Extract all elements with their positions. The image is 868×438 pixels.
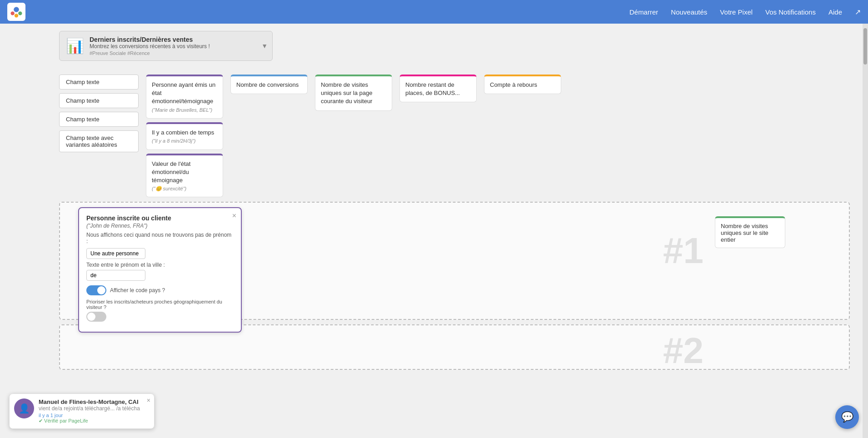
banner-expand-icon: ▼ [261, 42, 268, 50]
toast-verified: ✔ Vérifié par PageLife [39, 418, 148, 424]
banner-description: Montrez les conversions récentes à vos v… [90, 43, 210, 50]
popup-title: Personne inscrite ou cliente [86, 214, 234, 222]
nav-demarrer[interactable]: Démarrer [629, 8, 658, 16]
banner-tags: #Preuve Sociale #Récence [90, 50, 210, 56]
popup-toggle-row-2 [86, 312, 234, 322]
toggle-prioriser[interactable] [86, 312, 106, 322]
scrollbar-thumb[interactable] [863, 28, 867, 65]
left-column: Champ texte Champ texte Champ texte Cham… [59, 75, 139, 197]
nav-votre-pixel[interactable]: Votre Pixel [720, 8, 753, 16]
svg-point-0 [14, 7, 19, 12]
valeur-etat-card[interactable]: Valeur de l'état émotionnel/du témoignag… [146, 154, 223, 198]
banner-title: Derniers inscrits/Dernières ventes [90, 36, 210, 43]
toast-time: il y a 1 jour [39, 413, 148, 418]
svg-point-1 [11, 11, 15, 15]
popup-desc: Nous affichons ceci quand nous ne trouvo… [86, 232, 234, 244]
svg-point-3 [15, 14, 18, 17]
nb-places-card[interactable]: Nombre restant de places, de BONUS... [399, 75, 477, 102]
popup-texte-input[interactable] [86, 270, 145, 281]
champ-card-4[interactable]: Champ texte avec variantes aléatoires [59, 130, 139, 152]
main-content: 📊 Derniers inscrits/Dernières ventes Mon… [0, 24, 868, 438]
personne-etat-card[interactable]: Personne ayant émis un état émotionnel/t… [146, 75, 223, 119]
toast-name: Manuel de Flines-les-Mortagne, CAI [39, 398, 148, 405]
popup-personne-inscrite: × Personne inscrite ou cliente ("John de… [78, 207, 242, 333]
banner-chart-icon: 📊 [66, 37, 84, 55]
pink-column: Nombre restant de places, de BONUS... [399, 75, 477, 197]
watermark-1: #1 [663, 230, 703, 272]
export-icon-button[interactable]: ↗ [855, 8, 861, 16]
svg-point-2 [18, 11, 22, 15]
green-column: Nombre de visites uniques sur la page co… [315, 75, 392, 197]
toast-content: Manuel de Flines-les-Mortagne, CAI vient… [39, 398, 148, 424]
watermark-2: #2 [663, 330, 703, 372]
toast-action: vient de/a rejoint/a téléchargé... /a té… [39, 405, 148, 412]
combien-temps-card[interactable]: Il y a combien de temps ("il y a 8 min/2… [146, 122, 223, 150]
popup-close-button[interactable]: × [232, 212, 236, 220]
navbar-links: Démarrer Nouveautés Votre Pixel Vos Noti… [629, 8, 861, 16]
components-row-1: Champ texte Champ texte Champ texte Cham… [59, 75, 859, 197]
toggle-afficher-pays[interactable] [86, 285, 106, 295]
purple-column: Personne ayant émis un état émotionnel/t… [146, 75, 223, 197]
champ-card-1[interactable]: Champ texte [59, 75, 139, 90]
popup-prioriser-label: Prioriser les inscrits/acheteurs proches… [86, 299, 234, 310]
navbar: Démarrer Nouveautés Votre Pixel Vos Noti… [0, 0, 868, 24]
popup-subtitle: ("John de Rennes, FRA") [86, 223, 234, 229]
nav-aide[interactable]: Aide [828, 8, 842, 16]
chat-button[interactable]: 💬 [835, 405, 859, 429]
compte-rebours-card[interactable]: Compte à rebours [484, 75, 561, 94]
nb-visites-page-card[interactable]: Nombre de visites uniques sur la page co… [315, 75, 392, 111]
nb-visites-site-card[interactable]: Nombre de visites uniques sur le site en… [715, 216, 785, 248]
popup-placeholder-input[interactable] [86, 248, 145, 259]
banner-text: Derniers inscrits/Dernières ventes Montr… [90, 36, 210, 56]
toast-notification: 👤 Manuel de Flines-les-Mortagne, CAI vie… [9, 393, 155, 429]
champ-card-2[interactable]: Champ texte [59, 93, 139, 108]
popup-texte-label: Texte entre le prénom et la ville : [86, 262, 234, 268]
blue-column: Nombre de conversions [230, 75, 308, 197]
banner-card[interactable]: 📊 Derniers inscrits/Dernières ventes Mon… [59, 31, 273, 61]
popup-toggle-row-1: Afficher le code pays ? [86, 285, 234, 295]
nav-nouveautes[interactable]: Nouveautés [671, 8, 707, 16]
toast-close-button[interactable]: × [147, 397, 150, 404]
nav-vos-notifications[interactable]: Vos Notifications [765, 8, 816, 16]
nb-conversions-card[interactable]: Nombre de conversions [230, 75, 308, 94]
app-logo[interactable] [7, 3, 25, 21]
scrollbar[interactable] [863, 24, 868, 438]
toggle-afficher-pays-label: Afficher le code pays ? [110, 287, 165, 294]
orange-column: Compte à rebours [484, 75, 561, 197]
champ-card-3[interactable]: Champ texte [59, 112, 139, 127]
dashed-zone-1: #1 Nombre de visites uniques sur le site… [59, 202, 850, 320]
toast-avatar: 👤 [14, 398, 34, 418]
